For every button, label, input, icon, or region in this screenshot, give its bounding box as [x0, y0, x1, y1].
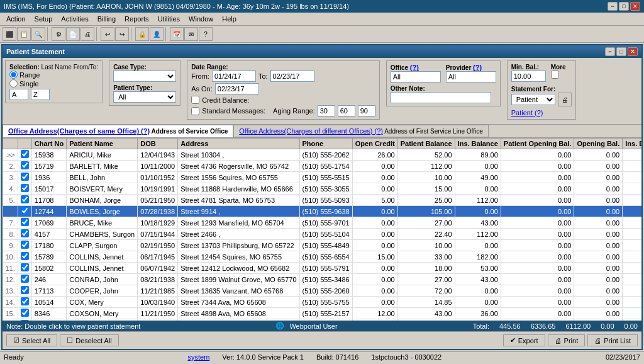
toolbar-btn-7[interactable]: ↩: [101, 27, 114, 41]
table-row[interactable]: 7. 17069 BRUCE, Mike 10/18/1929 Street 1…: [3, 217, 642, 229]
menu-billing[interactable]: Billing: [94, 14, 119, 24]
row-checkbox[interactable]: [21, 173, 29, 181]
more-checkbox[interactable]: [551, 71, 559, 79]
row-checkbox-cell[interactable]: [18, 251, 31, 263]
toolbar-btn-8[interactable]: ↪: [115, 27, 129, 41]
row-checkbox-cell[interactable]: [18, 161, 31, 172]
row-checkbox[interactable]: [21, 218, 29, 226]
toolbar-btn-2[interactable]: 📋: [17, 27, 31, 41]
credit-balance-checkbox[interactable]: [191, 96, 199, 104]
row-checkbox[interactable]: [21, 150, 29, 158]
table-row[interactable]: >> 15938 ARICIU, Mike 12/04/1943 Street …: [3, 149, 642, 161]
row-checkbox-cell[interactable]: [18, 183, 31, 195]
row-checkbox[interactable]: [21, 309, 29, 317]
table-row[interactable]: 4. 15017 BOISVERT, Mery 10/19/1991 Stree…: [3, 183, 642, 195]
row-checkbox-cell[interactable]: [18, 297, 31, 308]
row-checkbox[interactable]: [21, 263, 29, 271]
toolbar-btn-1[interactable]: ⬛: [3, 27, 16, 41]
toolbar-btn-11[interactable]: 📅: [170, 27, 184, 41]
minimize-button[interactable]: −: [608, 2, 618, 11]
row-checkbox-cell[interactable]: [18, 285, 31, 297]
menu-reports[interactable]: Reports: [121, 14, 153, 24]
standard-messages-checkbox[interactable]: [191, 107, 199, 115]
row-checkbox[interactable]: [21, 320, 29, 321]
table-row[interactable]: 13. 17113 COOPER, John 11/21/1985 Street…: [3, 285, 642, 297]
table-row[interactable]: 14. 10514 COX, Mery 10/03/1940 Street 73…: [3, 297, 642, 308]
menu-utilities[interactable]: Utilities: [154, 14, 184, 24]
ps-maximize[interactable]: □: [616, 47, 626, 56]
row-checkbox[interactable]: [21, 241, 29, 249]
row-checkbox-cell[interactable]: [18, 240, 31, 251]
toolbar-btn-6[interactable]: 🖨: [80, 27, 94, 41]
row-checkbox-cell[interactable]: [18, 206, 31, 217]
row-checkbox[interactable]: [21, 229, 29, 237]
row-checkbox[interactable]: [21, 297, 29, 305]
to-date-input[interactable]: [270, 71, 314, 82]
table-row[interactable]: 10. 15789 COLLINS, Jennet 06/17/1945 Str…: [3, 251, 642, 263]
table-row[interactable]: 6. 12744 BOWLES, Jorge 07/28/1938 Street…: [3, 206, 642, 217]
aging-1-input[interactable]: [318, 105, 335, 117]
table-row[interactable]: 11. 15802 COLLINS, Jennet 06/07/1942 Str…: [3, 263, 642, 274]
table-row[interactable]: 12. 246 CONRAD, John 08/21/1938 Street 1…: [3, 274, 642, 285]
toolbar-btn-5[interactable]: 📄: [66, 27, 80, 41]
provider-input[interactable]: [446, 71, 496, 82]
menu-help[interactable]: Help: [218, 14, 240, 24]
case-type-select[interactable]: [113, 71, 176, 82]
from-date-input[interactable]: [212, 71, 256, 82]
patient-type-select[interactable]: All: [113, 91, 176, 103]
toolbar-btn-13[interactable]: ?: [199, 27, 213, 41]
row-checkbox-cell[interactable]: [18, 217, 31, 229]
other-note-input[interactable]: [391, 92, 491, 103]
patient-help-link[interactable]: Patient (?): [511, 109, 572, 117]
maximize-button[interactable]: □: [619, 2, 629, 11]
deselect-all-button[interactable]: ☐ Deselect All: [60, 334, 118, 346]
menu-setup[interactable]: Setup: [31, 14, 57, 24]
row-checkbox[interactable]: [21, 161, 29, 169]
select-all-button[interactable]: ☑ Select All: [6, 334, 57, 346]
office-input[interactable]: [391, 71, 441, 82]
aging-2-input[interactable]: [338, 105, 355, 117]
table-row[interactable]: 9. 17180 CLAPP, Surgon 02/19/1950 Street…: [3, 240, 642, 251]
menu-activities[interactable]: Activities: [57, 14, 92, 24]
as-on-input[interactable]: [215, 83, 259, 94]
export-button[interactable]: ✔ Export: [503, 334, 545, 346]
ps-close[interactable]: ✕: [628, 47, 638, 56]
row-checkbox-cell[interactable]: [18, 274, 31, 285]
row-checkbox[interactable]: [21, 207, 29, 215]
row-checkbox[interactable]: [21, 195, 29, 203]
address-tab-2[interactable]: Office Address(Charges of different Offi…: [233, 125, 488, 137]
table-row[interactable]: 3. 1936 BELL, John 01/10/1952 Street 155…: [3, 172, 642, 183]
toolbar-btn-9[interactable]: 🔒: [135, 27, 149, 41]
toolbar-btn-3[interactable]: 🔍: [31, 27, 45, 41]
row-checkbox-cell[interactable]: [18, 195, 31, 206]
row-checkbox[interactable]: [21, 286, 29, 294]
aging-3-input[interactable]: [358, 105, 375, 117]
ps-minimize[interactable]: −: [605, 47, 615, 56]
single-radio[interactable]: [9, 79, 18, 88]
row-checkbox[interactable]: [21, 184, 29, 192]
statement-for-icon-btn[interactable]: 🖨: [558, 93, 572, 106]
row-checkbox-cell[interactable]: [18, 172, 31, 183]
toolbar-btn-12[interactable]: ✉: [184, 27, 198, 41]
to-name-input[interactable]: [31, 89, 50, 100]
row-checkbox-cell[interactable]: [18, 308, 31, 319]
row-checkbox[interactable]: [21, 275, 29, 283]
toolbar-btn-10[interactable]: 👤: [150, 27, 164, 41]
table-row[interactable]: 15. 8346 COXSON, Mery 11/21/1950 Street …: [3, 308, 642, 319]
table-row[interactable]: 8. 4157 CHAMBERS, Surgon 07/15/1944 Stre…: [3, 229, 642, 240]
table-row[interactable]: 5. 11708 BONHAM, Jorge 05/21/1950 Street…: [3, 195, 642, 206]
statement-for-select[interactable]: Patient: [511, 94, 555, 105]
menu-window[interactable]: Window: [185, 14, 217, 24]
table-row[interactable]: 2. 15719 BARLETT, Mike 10/11/2000 Street…: [3, 161, 642, 172]
toolbar-btn-4[interactable]: ⚙: [52, 27, 65, 41]
row-checkbox-cell[interactable]: [18, 149, 31, 161]
print-button[interactable]: 🖨 Print: [548, 334, 586, 346]
row-checkbox-cell[interactable]: [18, 229, 31, 240]
range-radio[interactable]: [9, 71, 18, 79]
close-button[interactable]: ✕: [630, 2, 640, 11]
print-list-button[interactable]: 🖨 Print List: [587, 334, 638, 346]
min-bal-input[interactable]: [511, 71, 546, 82]
from-name-input[interactable]: [9, 89, 28, 100]
row-checkbox[interactable]: [21, 252, 29, 260]
row-checkbox-cell[interactable]: [18, 263, 31, 274]
